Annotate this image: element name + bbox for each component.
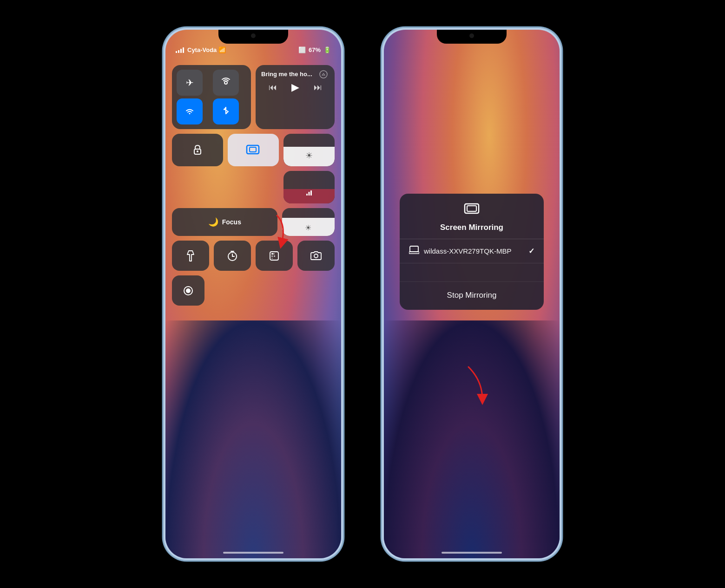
smp-stop-mirroring-button[interactable]: Stop Mirroring [447, 291, 497, 300]
svg-point-19 [186, 288, 191, 293]
smp-empty-area [400, 263, 544, 282]
cellular-icon [220, 76, 231, 90]
brightness-slider-2[interactable]: ☀ [282, 208, 335, 236]
smp-device-info: wildass-XXVR279TQK-MBP [409, 246, 511, 256]
cellular-button[interactable] [213, 70, 239, 96]
svg-point-0 [224, 81, 227, 84]
smp-device-name: wildass-XXVR279TQK-MBP [424, 247, 511, 255]
smp-checkmark: ✓ [528, 247, 534, 255]
calculator-button[interactable] [256, 241, 293, 271]
wifi-status-icon: 📶 [218, 46, 226, 53]
focus-label: Focus [222, 218, 241, 226]
smp-stop-section: Stop Mirroring [400, 282, 544, 310]
cc-tools-row [172, 241, 335, 271]
svg-rect-13 [273, 253, 275, 255]
home-indicator-2 [442, 552, 502, 554]
moon-icon: 🌙 [208, 217, 218, 227]
media-rewind-button[interactable]: ⏮ [269, 83, 277, 92]
signal-bar-1 [176, 51, 177, 53]
svg-rect-22 [410, 246, 418, 252]
camera-button[interactable] [297, 241, 335, 271]
svg-point-17 [314, 254, 318, 258]
cc-top-row: ✈ [172, 65, 335, 129]
camera-dot-2 [469, 33, 474, 38]
notch-1 [218, 30, 288, 44]
brightness-icon: ☀ [305, 150, 313, 161]
signal-bar-2 [178, 50, 179, 53]
signal-bars [176, 47, 184, 53]
notch-2 [437, 30, 507, 44]
camera-dot-1 [251, 33, 256, 38]
flashlight-button[interactable] [172, 241, 209, 271]
screen-mirroring-panel: Screen Mirroring wildass-XXVR279TQK-MBP … [400, 194, 544, 310]
media-fastforward-button[interactable]: ⏭ [314, 83, 322, 92]
svg-rect-8 [309, 192, 310, 196]
screen-record-button[interactable] [172, 275, 204, 306]
svg-point-2 [320, 71, 327, 78]
svg-rect-14 [271, 255, 273, 257]
volume-slider[interactable] [283, 171, 335, 203]
smp-device-row[interactable]: wildass-XXVR279TQK-MBP ✓ [400, 239, 544, 263]
media-play-button[interactable]: ▶ [291, 81, 299, 93]
control-center: ✈ [172, 65, 335, 306]
timer-button[interactable] [214, 241, 251, 271]
battery-icon: 🔋 [323, 46, 331, 53]
focus-button[interactable]: 🌙 Focus [172, 208, 277, 236]
cc-focus-row: 🌙 Focus ☀ [172, 208, 335, 236]
status-bar-1: Cyta-Voda 📶 ⬜ 67% 🔋 [176, 46, 331, 53]
smp-header: Screen Mirroring [400, 203, 544, 239]
battery-percent: 67% [309, 46, 321, 53]
phone-2: Screen Mirroring wildass-XXVR279TQK-MBP … [381, 27, 562, 561]
smp-title: Screen Mirroring [440, 223, 503, 232]
home-indicator-1 [223, 552, 283, 554]
screen-mirror-button[interactable] [228, 134, 279, 166]
svg-rect-16 [271, 258, 273, 259]
airplane-icon: ✈ [186, 77, 194, 88]
svg-rect-21 [467, 206, 476, 211]
smp-screen-icon [464, 203, 480, 219]
carrier-name: Cyta-Voda [187, 46, 217, 53]
cc-media-block: Bring me the ho... ⏮ ▶ ⏭ [256, 65, 335, 129]
status-right-1: ⬜ 67% 🔋 [298, 46, 331, 53]
cc-connectivity-block: ✈ [172, 65, 251, 129]
cc-sliders: ☀ [283, 134, 335, 203]
airplay-icon[interactable] [319, 70, 330, 81]
cc-row-2: ☀ [172, 134, 335, 203]
phone-2-screen: Screen Mirroring wildass-XXVR279TQK-MBP … [384, 30, 560, 558]
brightness-icon-2: ☀ [305, 223, 311, 232]
svg-rect-15 [274, 255, 275, 257]
svg-rect-5 [247, 145, 259, 154]
wifi-button[interactable] [177, 98, 203, 124]
signal-bar-4 [183, 47, 184, 53]
media-controls: ⏮ ▶ ⏭ [261, 81, 329, 93]
svg-rect-9 [310, 190, 312, 196]
phone-1: Cyta-Voda 📶 ⬜ 67% 🔋 ✈ [163, 27, 344, 561]
brightness-slider[interactable]: ☀ [283, 134, 335, 166]
svg-rect-7 [306, 194, 308, 196]
svg-rect-6 [250, 147, 256, 152]
screen-lock-button[interactable] [172, 134, 223, 166]
bluetooth-button[interactable] [213, 98, 239, 124]
volume-icon [305, 188, 313, 198]
airplane-mode-button[interactable]: ✈ [177, 70, 203, 96]
svg-point-4 [197, 150, 198, 152]
svg-rect-12 [271, 253, 273, 255]
cc-record-row [172, 275, 335, 306]
smp-laptop-icon [409, 246, 419, 256]
wifi-icon [184, 105, 195, 118]
carrier-info: Cyta-Voda 📶 [176, 46, 226, 53]
svg-point-1 [189, 113, 191, 114]
phone-1-screen: Cyta-Voda 📶 ⬜ 67% 🔋 ✈ [165, 30, 341, 558]
signal-bar-3 [180, 49, 182, 53]
screen-mirror-indicator: ⬜ [298, 46, 306, 53]
bluetooth-icon [220, 105, 231, 118]
